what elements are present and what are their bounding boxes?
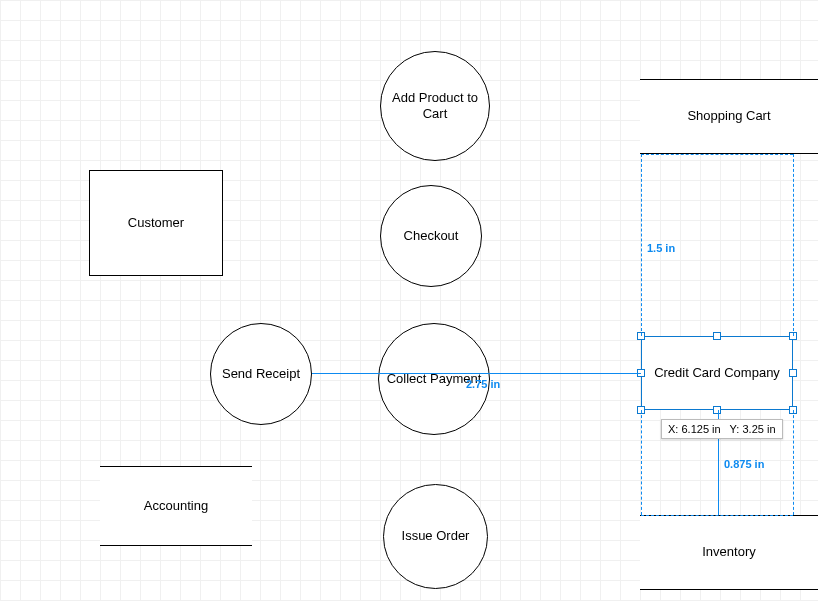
node-label: Customer — [128, 215, 184, 231]
node-customer[interactable]: Customer — [89, 170, 223, 276]
tooltip-x-label: X: — [668, 423, 678, 435]
measurement-connector: 2.75 in — [466, 378, 500, 390]
selection-handle[interactable] — [713, 406, 721, 414]
node-label: Issue Order — [402, 528, 470, 544]
guide-left-top — [641, 154, 642, 336]
node-issue-order[interactable]: Issue Order — [383, 484, 488, 589]
guide-bottom-cap — [641, 515, 793, 516]
node-label: Accounting — [144, 498, 208, 514]
node-credit-card-company[interactable]: Credit Card Company — [641, 336, 793, 410]
node-label: Add Product to Cart — [381, 90, 489, 123]
guide-left-bottom — [641, 410, 642, 515]
node-send-receipt[interactable]: Send Receipt — [210, 323, 312, 425]
node-label: Credit Card Company — [654, 365, 780, 381]
selection-handle[interactable] — [713, 332, 721, 340]
measurement-top-gap: 1.5 in — [647, 242, 675, 254]
position-tooltip: X: 6.125 in Y: 3.25 in — [661, 419, 783, 439]
guide-top-cap — [641, 154, 793, 155]
tooltip-y-value: 3.25 in — [742, 423, 775, 435]
node-shopping-cart[interactable]: Shopping Cart — [640, 79, 818, 154]
node-checkout[interactable]: Checkout — [380, 185, 482, 287]
node-label: Send Receipt — [222, 366, 300, 382]
node-inventory[interactable]: Inventory — [640, 515, 818, 590]
measurement-bottom-gap: 0.875 in — [724, 458, 764, 470]
tooltip-y-label: Y: — [730, 423, 740, 435]
node-label: Shopping Cart — [687, 108, 770, 124]
selection-handle[interactable] — [789, 369, 797, 377]
guide-right-bottom — [793, 410, 794, 515]
guide-right-top — [793, 154, 794, 336]
node-label: Checkout — [404, 228, 459, 244]
node-add-product[interactable]: Add Product to Cart — [380, 51, 490, 161]
diagram-canvas[interactable]: Add Product to Cart Checkout Collect Pay… — [0, 0, 818, 601]
node-label: Inventory — [702, 544, 755, 560]
node-accounting[interactable]: Accounting — [100, 466, 252, 546]
connector-collect-to-credit[interactable] — [312, 373, 641, 374]
tooltip-x-value: 6.125 in — [681, 423, 720, 435]
